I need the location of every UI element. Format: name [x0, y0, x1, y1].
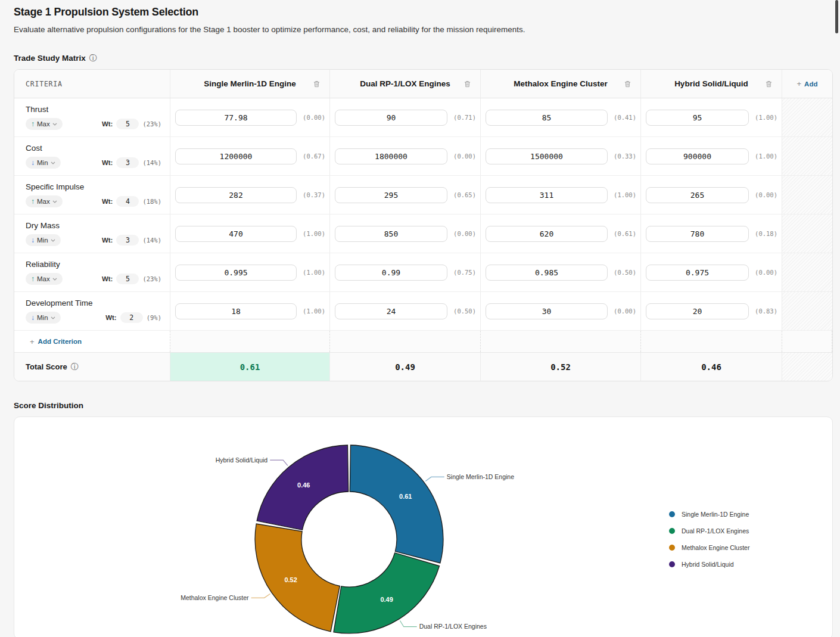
value-input[interactable]: 18 [175, 303, 297, 319]
value-input[interactable]: 95 [646, 110, 749, 126]
value-input[interactable]: 30 [486, 303, 608, 319]
plus-icon: + [30, 337, 35, 346]
value-input[interactable]: 850 [335, 226, 447, 242]
option-header: Dual RP-1/LOX Engines [330, 70, 481, 98]
value-input[interactable]: 265 [646, 187, 749, 203]
value-input[interactable]: 0.985 [486, 265, 608, 281]
weight-percent: (18%) [142, 198, 161, 205]
trash-icon [624, 80, 631, 88]
normalized-score: (0.00) [297, 114, 325, 121]
distribution-section-header: Score Distribution [14, 401, 840, 410]
label-leader-line [251, 594, 270, 598]
weight-input[interactable]: 5 [116, 274, 139, 284]
normalized-score: (0.00) [447, 230, 476, 237]
add-criterion-button[interactable]: +Add Criterion [14, 331, 170, 352]
plus-icon: + [797, 79, 802, 88]
value-cell: 311 (1.00) [481, 176, 641, 214]
legend-swatch [669, 511, 675, 517]
chevron-down-icon [51, 239, 55, 242]
legend-label[interactable]: Hybrid Solid/Liquid [682, 561, 734, 568]
value-input[interactable]: 24 [335, 303, 447, 319]
value-input[interactable]: 90 [335, 110, 447, 126]
normalized-score: (0.00) [608, 307, 636, 315]
direction-select[interactable]: ↑ Max [26, 195, 63, 207]
delete-option-button[interactable] [464, 80, 471, 88]
weight-input[interactable]: 4 [116, 196, 139, 207]
weight-label: Wt: [105, 314, 117, 321]
value-input[interactable]: 470 [175, 226, 297, 242]
weight-input[interactable]: 3 [116, 235, 139, 246]
add-column-cell [782, 253, 832, 291]
value-cell: 1500000 (0.33) [481, 137, 641, 175]
value-input[interactable]: 0.995 [175, 265, 297, 281]
add-criterion-row: +Add Criterion [14, 331, 832, 353]
criterion-cell: Thrust ↑ Max Wt: 5 (23%) [14, 98, 170, 136]
add-row-cell [330, 331, 481, 352]
weight-input[interactable]: 3 [116, 157, 139, 168]
add-row-cell [782, 331, 832, 352]
delete-option-button[interactable] [766, 80, 772, 88]
info-icon[interactable]: ⓘ [89, 54, 97, 62]
value-input[interactable]: 900000 [646, 148, 749, 164]
value-input[interactable]: 1500000 [486, 148, 608, 164]
matrix-section-header: Trade Study Matrix ⓘ [14, 54, 840, 63]
page: Stage 1 Propulsion System Selection Eval… [0, 0, 840, 637]
delete-option-button[interactable] [624, 80, 631, 88]
direction-select[interactable]: ↑ Max [26, 118, 63, 130]
value-input[interactable]: 0.99 [335, 265, 447, 281]
direction-label: Min [37, 159, 48, 166]
value-input[interactable]: 1200000 [175, 148, 297, 164]
weight-percent: (23%) [142, 120, 161, 128]
value-cell: 780 (0.18) [641, 215, 782, 253]
normalized-score: (0.37) [297, 191, 325, 198]
info-icon[interactable]: ⓘ [71, 363, 79, 371]
normalized-score: (1.00) [749, 153, 777, 160]
value-input[interactable]: 311 [486, 187, 608, 203]
add-option-label: Add [804, 80, 817, 88]
normalized-score: (0.71) [447, 114, 476, 121]
slice-value-label: 0.46 [297, 481, 310, 489]
direction-select[interactable]: ↓ Min [26, 312, 61, 324]
arrow-down-icon: ↓ [31, 313, 35, 322]
page-description: Evaluate alternative propulsion configur… [14, 25, 840, 34]
legend-label[interactable]: Dual RP-1/LOX Engines [682, 527, 749, 535]
weight-input[interactable]: 5 [116, 119, 139, 129]
value-input[interactable]: 85 [486, 110, 608, 126]
value-input[interactable]: 620 [486, 226, 608, 242]
legend-label[interactable]: Single Merlin-1D Engine [682, 511, 749, 518]
value-input[interactable]: 295 [335, 187, 447, 203]
normalized-score: (0.00) [749, 269, 777, 276]
value-input[interactable]: 0.975 [646, 265, 749, 281]
value-input[interactable]: 282 [175, 187, 297, 203]
value-cell: 265 (0.00) [641, 176, 782, 214]
criterion-row: Specific Impulse ↑ Max Wt: 4 (18%) 282 (… [14, 176, 832, 215]
value-cell: 77.98 (0.00) [170, 98, 330, 136]
pie-slice[interactable] [350, 445, 443, 563]
matrix-title: Trade Study Matrix [14, 54, 86, 63]
arrow-up-icon: ↑ [31, 197, 35, 206]
direction-select[interactable]: ↑ Max [26, 273, 63, 285]
pie-slice[interactable] [334, 553, 440, 633]
slice-category-label: Hybrid Solid/Liquid [216, 456, 268, 464]
chevron-down-icon [51, 316, 55, 319]
option-name: Single Merlin-1D Engine [204, 79, 296, 88]
scrollbar-thumb[interactable] [835, 0, 838, 33]
direction-select[interactable]: ↓ Min [26, 234, 61, 246]
weight-label: Wt: [102, 237, 113, 244]
add-row-cell [170, 331, 330, 352]
legend-label[interactable]: Methalox Engine Cluster [682, 544, 750, 551]
weight-input[interactable]: 2 [120, 312, 143, 323]
delete-option-button[interactable] [313, 80, 320, 88]
value-input[interactable]: 20 [646, 303, 749, 319]
direction-select[interactable]: ↓ Min [26, 157, 61, 169]
add-option-button[interactable]: +Add [782, 70, 832, 98]
value-cell: 0.995 (1.00) [170, 253, 330, 291]
slice-value-label: 0.52 [284, 576, 297, 583]
chevron-down-icon [52, 200, 57, 203]
pie-slice[interactable] [255, 524, 340, 632]
value-input[interactable]: 77.98 [175, 110, 297, 126]
weight-percent: (9%) [147, 314, 161, 321]
slice-category-label: Dual RP-1/LOX Engines [419, 623, 487, 630]
value-input[interactable]: 1800000 [335, 148, 447, 164]
value-input[interactable]: 780 [646, 226, 749, 242]
